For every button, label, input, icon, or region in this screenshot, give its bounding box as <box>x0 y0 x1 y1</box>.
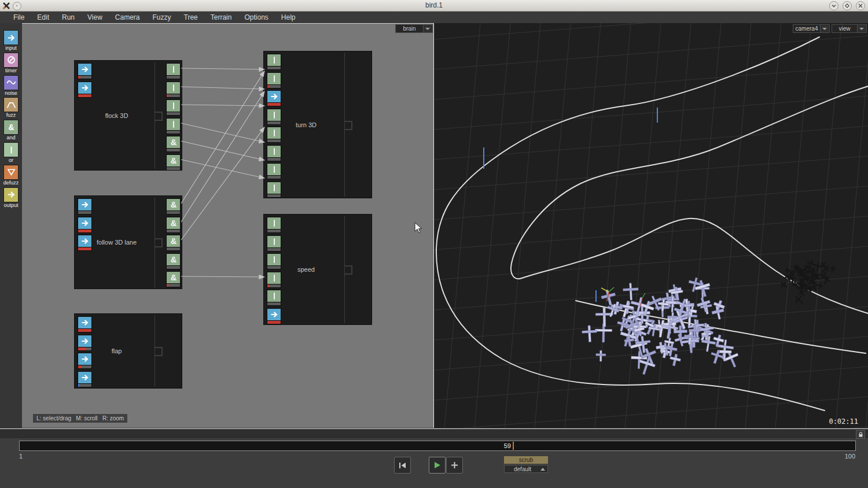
port-or-input[interactable] <box>267 182 281 198</box>
port-or-input[interactable] <box>267 163 281 179</box>
graph-selector-dropdown[interactable]: brain <box>395 24 433 33</box>
port-or-output[interactable] <box>166 63 181 79</box>
mouse-hint-label: L: select/drag M: scroll R: zoom <box>33 414 127 423</box>
menu-help[interactable]: Help <box>275 13 302 21</box>
menu-bar: FileEditRunViewCameraFuzzyTreeTerrainOpt… <box>0 12 868 23</box>
port-or-input[interactable] <box>267 72 281 88</box>
port-or-input[interactable] <box>267 145 281 161</box>
palette-item-input[interactable]: input <box>1 30 21 51</box>
port-in-input[interactable] <box>78 198 92 215</box>
or-port-icon <box>267 73 281 84</box>
node-speed[interactable]: speed <box>263 214 372 325</box>
svg-text:&: & <box>170 255 176 264</box>
node-output-notch[interactable] <box>344 121 352 130</box>
port-or-input[interactable] <box>267 109 281 125</box>
port-or-input[interactable] <box>267 272 281 288</box>
port-and-output[interactable]: & <box>166 136 181 152</box>
node-output-notch[interactable] <box>155 112 163 121</box>
port-or-output[interactable] <box>166 99 181 116</box>
menu-run[interactable]: Run <box>56 13 81 21</box>
port-activity-bar <box>267 230 281 232</box>
node-follow-3d-lane[interactable]: follow 3D lane&&&&& <box>74 195 182 289</box>
timeline-caret[interactable] <box>513 442 514 450</box>
palette-item-and[interactable]: &and <box>1 120 21 141</box>
preset-dropdown[interactable]: default <box>504 465 548 473</box>
port-in-input[interactable] <box>78 371 92 387</box>
palette-item-timer[interactable]: timer <box>1 53 21 74</box>
view-selector-dropdown[interactable]: view <box>832 24 867 33</box>
port-and-output[interactable]: & <box>166 271 181 287</box>
port-and-output[interactable]: & <box>166 154 181 171</box>
port-in-input[interactable] <box>78 335 92 351</box>
port-activity-bar <box>267 248 281 251</box>
menu-edit[interactable]: Edit <box>31 13 56 21</box>
close-button[interactable] <box>856 1 865 10</box>
menu-view[interactable]: View <box>81 13 109 21</box>
port-or-input[interactable] <box>267 54 281 70</box>
menu-fuzzy[interactable]: Fuzzy <box>146 13 178 21</box>
port-or-output[interactable] <box>166 118 181 134</box>
port-or-output[interactable] <box>166 82 181 98</box>
port-and-output[interactable]: & <box>166 253 181 269</box>
add-button[interactable] <box>446 457 463 474</box>
port-and-output[interactable]: & <box>166 217 181 233</box>
chevron-down-icon[interactable] <box>820 25 829 32</box>
port-or-input[interactable] <box>267 127 281 143</box>
chevron-down-icon[interactable] <box>857 25 866 32</box>
port-activity-bar <box>167 230 180 232</box>
palette-item-output[interactable]: output <box>1 187 21 209</box>
port-in-input[interactable] <box>78 63 92 79</box>
node-output-notch[interactable] <box>155 347 163 356</box>
viewport-3d[interactable]: camera4 view 0:02:11 <box>434 23 868 428</box>
port-and-output[interactable]: & <box>166 235 181 251</box>
chevron-down-icon[interactable] <box>423 25 432 32</box>
port-activity-bar <box>167 167 180 170</box>
or-port-icon <box>167 100 180 112</box>
scrub-button[interactable]: scrub <box>504 456 548 464</box>
port-or-input[interactable] <box>267 235 281 252</box>
menu-terrain[interactable]: Terrain <box>204 13 238 21</box>
port-or-input[interactable] <box>267 290 281 306</box>
node-flap[interactable]: flap <box>74 313 182 389</box>
timeline-slider[interactable]: 59 <box>19 441 856 451</box>
port-or-input[interactable] <box>267 217 281 233</box>
play-button[interactable] <box>429 457 446 474</box>
noise-icon <box>3 75 19 90</box>
port-in-input[interactable] <box>78 82 92 98</box>
and-port-icon: & <box>167 136 180 148</box>
menu-tree[interactable]: Tree <box>178 13 204 21</box>
port-in-input[interactable] <box>78 353 92 369</box>
node-turn-3d[interactable]: turn 3D <box>263 51 372 198</box>
node-flock-3d[interactable]: flock 3D&& <box>74 60 182 171</box>
port-activity-bar <box>267 194 281 197</box>
node-output-notch[interactable] <box>155 238 163 247</box>
or-port-icon <box>267 109 281 121</box>
minimize-button[interactable] <box>829 1 838 10</box>
title-bar: bird.1 <box>0 0 868 12</box>
and-port-icon: & <box>167 235 180 247</box>
menu-file[interactable]: File <box>7 13 31 21</box>
port-activity-bar <box>167 247 180 250</box>
camera-selector-dropdown[interactable]: camera4 <box>793 24 830 33</box>
port-in-input[interactable] <box>78 217 92 233</box>
port-in-input[interactable] <box>267 308 281 324</box>
go-to-start-button[interactable] <box>394 457 411 474</box>
palette-item-defuzz[interactable]: defuzz <box>1 165 21 186</box>
port-in-input[interactable] <box>78 316 92 332</box>
lock-button[interactable] <box>856 430 865 439</box>
port-in-input[interactable] <box>78 235 92 251</box>
frame-range-end: 100 <box>845 453 855 460</box>
node-editor[interactable]: brain L: select/drag M: scroll R: zoom f… <box>22 23 434 428</box>
node-output-notch[interactable] <box>344 265 352 275</box>
palette-item-noise[interactable]: noise <box>1 75 21 97</box>
port-and-output[interactable]: & <box>166 198 181 215</box>
port-activity-bar <box>267 302 281 305</box>
palette-item-or[interactable]: or <box>1 142 21 164</box>
menu-options[interactable]: Options <box>238 13 274 21</box>
maximize-button[interactable] <box>843 1 852 10</box>
menu-camera[interactable]: Camera <box>109 13 146 21</box>
port-or-input[interactable] <box>267 253 281 269</box>
palette-item-fuzz[interactable]: fuzz <box>1 97 21 119</box>
port-in-input[interactable] <box>267 90 281 106</box>
or-port-icon <box>267 290 281 302</box>
